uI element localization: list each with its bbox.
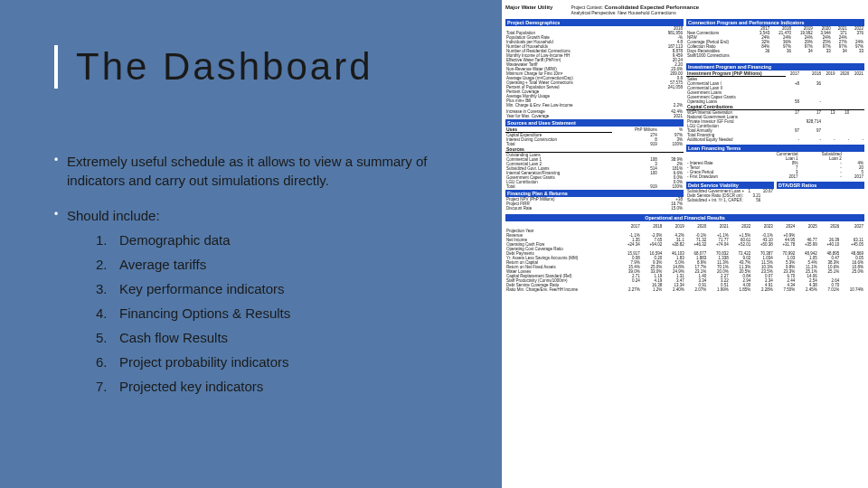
section-bar: Debt Service Viability <box>686 182 774 189</box>
section-bar: Loan Financing Terms <box>686 145 864 152</box>
sources-uses-table: UsesPhP Millions%Capital Expenditure2749… <box>505 127 684 189</box>
list-item: Project probability indicators <box>96 352 448 371</box>
section-bar: Project Demographics <box>505 19 684 26</box>
loan-terms-table: CommercialSubsidizedLoan 1Loan 2- Intere… <box>686 152 864 179</box>
list-item: Key performance indicators <box>96 279 448 298</box>
bullet-2: • Should include: Demographic dataAverag… <box>54 206 475 401</box>
section-bar: Sources and Uses Statement <box>505 119 684 127</box>
bullet-1: • Extremely useful schedule as it allows… <box>54 152 475 190</box>
dashboard-preview: Major Water Utility Project Context: Con… <box>502 0 868 488</box>
financing-plan-table: Project NPV (PhP Millions)+38Project FIR… <box>505 197 684 211</box>
list-item: Projected key indicators <box>96 377 448 396</box>
list-item: Demographic data <box>96 230 448 249</box>
include-list: Demographic dataAverage tariffsKey perfo… <box>67 230 448 396</box>
section-bar: Operational and Financial Results <box>505 214 864 221</box>
debt-viability-table: Subsidized Government Loan +110.67Debt S… <box>686 189 774 202</box>
slide-title: The Dashboard <box>76 45 475 89</box>
coverage-table: Increase in Coverage42.4%Year for Max. C… <box>505 109 684 118</box>
section-bar: Investment Program and Financing <box>686 63 864 70</box>
section-bar: Financing Plan & Returns <box>505 190 684 197</box>
list-item: Financing Options & Results <box>96 304 448 323</box>
bullet-icon: • <box>54 206 67 401</box>
bullet-2-lead: Should include: <box>67 206 448 225</box>
list-item: Average tariffs <box>96 255 448 274</box>
section-bar: Connection Program and Performance Indic… <box>686 19 864 26</box>
connection-table: 201720182019202020212022New Connections3… <box>686 26 864 58</box>
list-item: Cash flow Results <box>96 328 448 347</box>
utility-name: Major Water Utility <box>505 5 552 10</box>
demographics-table: 2018Total Population981,956Population Gr… <box>505 26 684 108</box>
operational-results-table: 2017201820192020202120222023202420252026… <box>505 224 864 292</box>
investment-table: Investment Program (PhP Millions)2017201… <box>686 70 864 142</box>
bullet-icon: • <box>54 152 67 190</box>
title-rule: The Dashboard <box>54 45 475 89</box>
slide-left-panel: The Dashboard • Extremely useful schedul… <box>0 0 502 488</box>
section-bar: DTA/DSR Ratios <box>777 182 864 189</box>
